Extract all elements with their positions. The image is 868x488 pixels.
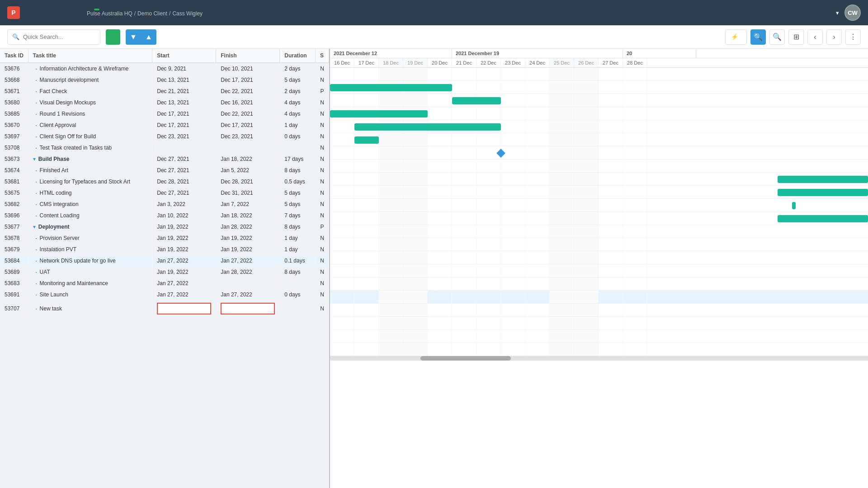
table-row[interactable]: 53674 • Finished Art Dec 27, 2021 Jan 5,… [0, 165, 329, 176]
task-status: N [316, 199, 329, 210]
task-name-text: Manuscript development [40, 77, 99, 83]
gantt-row[interactable] [330, 186, 868, 199]
table-row[interactable]: 53707 • New task N [0, 300, 329, 317]
user-name[interactable]: ▾ [834, 9, 839, 16]
table-row[interactable]: 53682 • CMS integration Jan 3, 2022 Jan … [0, 199, 329, 210]
breadcrumb-3: Cass Wigley [172, 10, 203, 17]
gantt-row[interactable] [330, 225, 868, 238]
gantt-day-27: 27 Dec [599, 58, 623, 67]
gantt-cell [623, 199, 647, 211]
task-id: 53681 [0, 176, 28, 188]
table-row[interactable]: 53685 • Round 1 Revisions Dec 17, 2021 D… [0, 108, 329, 120]
table-row[interactable]: 53684 • Network DNS update for go live J… [0, 255, 329, 267]
gantt-row[interactable] [330, 330, 868, 343]
search-input[interactable] [23, 33, 95, 40]
table-row[interactable]: 53675 • HTML coding Dec 27, 2021 Dec 31,… [0, 188, 329, 199]
table-row[interactable]: 53679 • Instalation PVT Jan 19, 2022 Jan… [0, 244, 329, 255]
gantt-row[interactable] [330, 81, 868, 94]
table-row[interactable]: 53668 • Manuscript development Dec 13, 2… [0, 75, 329, 86]
scroll-down-button[interactable]: ▼ [126, 29, 141, 45]
scroll-up-button[interactable]: ▲ [141, 29, 156, 45]
gantt-row[interactable] [330, 251, 868, 264]
start-input[interactable] [157, 303, 211, 314]
task-status: P [316, 221, 329, 233]
create-task-button[interactable] [106, 29, 120, 45]
table-row[interactable]: 53689 • UAT Jan 19, 2022 Jan 28, 2022 8 … [0, 267, 329, 278]
next-button[interactable]: › [826, 29, 842, 45]
prev-button[interactable]: ‹ [807, 29, 823, 45]
gantt-cell [354, 68, 379, 80]
gantt-cell [452, 291, 476, 303]
filter-button[interactable]: ⚡ [725, 29, 747, 45]
gantt-cell [428, 173, 452, 185]
task-finish-editing[interactable] [216, 300, 280, 317]
gantt-row[interactable] [330, 107, 868, 120]
gantt-row[interactable] [330, 304, 868, 317]
gantt-bar[interactable] [778, 189, 868, 196]
gantt-cell [599, 343, 623, 356]
group-arrow[interactable]: ▾ [33, 156, 36, 162]
gantt-cell [623, 94, 647, 107]
table-row[interactable]: 53670 • Client Approval Dec 17, 2021 Dec… [0, 120, 329, 131]
gantt-row[interactable] [330, 120, 868, 133]
gantt-cell [574, 212, 599, 225]
gantt-cell [330, 160, 354, 172]
gantt-bar[interactable] [778, 176, 868, 183]
gantt-row[interactable] [330, 199, 868, 212]
gantt-row[interactable] [330, 94, 868, 107]
finish-input[interactable] [221, 303, 275, 314]
gantt-bar[interactable] [792, 202, 796, 209]
zoom-out-button[interactable]: 🔍 [769, 29, 785, 45]
gantt-row[interactable] [330, 277, 868, 291]
gantt-scrollbar-thumb[interactable] [420, 356, 511, 361]
gantt-row[interactable] [330, 317, 868, 330]
table-row[interactable]: 53676 • Information Architecture & Wiref… [0, 63, 329, 75]
gantt-cell [379, 317, 403, 329]
gantt-row[interactable] [330, 68, 868, 81]
gantt-cell [379, 173, 403, 185]
task-start: Dec 28, 2021 [152, 176, 216, 188]
gantt-row[interactable] [330, 291, 868, 304]
gantt-section[interactable]: 2021 December 12 2021 December 19 20 16 … [330, 49, 868, 488]
gantt-cell [574, 94, 599, 107]
gantt-cell [574, 107, 599, 120]
gantt-bar[interactable] [778, 215, 868, 222]
col-header-status: S [316, 49, 329, 63]
search-box[interactable]: 🔍 [7, 29, 100, 45]
task-start-editing[interactable] [152, 300, 216, 317]
group-arrow[interactable]: ▾ [33, 224, 36, 230]
gantt-row[interactable] [330, 160, 868, 173]
gantt-cell [550, 81, 574, 94]
table-row[interactable]: 53678 • Provision Server Jan 19, 2022 Ja… [0, 233, 329, 244]
table-row[interactable]: 53691 • Site Launch Jan 27, 2022 Jan 27,… [0, 289, 329, 300]
task-name-wrapper: • Visual Design Mockups [36, 99, 147, 106]
task-name-text: Build Phase [38, 156, 70, 162]
task-title-cell: • Provision Server [28, 233, 152, 244]
fit-button[interactable]: ⊞ [788, 29, 804, 45]
gantt-cell [452, 238, 476, 251]
table-row[interactable]: 53708 • Test Task created in Tasks tab N [0, 142, 329, 154]
gantt-row[interactable] [330, 212, 868, 225]
more-button[interactable]: ⋮ [845, 29, 861, 45]
gantt-row[interactable] [330, 264, 868, 277]
gantt-row[interactable] [330, 146, 868, 160]
task-status: N [316, 244, 329, 255]
gantt-scrollbar[interactable] [330, 356, 868, 361]
gantt-row[interactable] [330, 133, 868, 146]
table-row[interactable]: 53696 • Content Loading Jan 10, 2022 Jan… [0, 210, 329, 221]
gantt-row[interactable] [330, 173, 868, 186]
gantt-cell [550, 277, 574, 290]
gantt-row[interactable] [330, 343, 868, 356]
table-row[interactable]: 53697 • Client Sign Off for Build Dec 23… [0, 131, 329, 142]
task-id: 53683 [0, 278, 28, 289]
zoom-in-button[interactable]: 🔍 [750, 29, 766, 45]
table-row[interactable]: 53671 • Fact Check Dec 21, 2021 Dec 22, … [0, 86, 329, 97]
table-row[interactable]: 53673 ▾ Build Phase Dec 27, 2021 Jan 18,… [0, 154, 329, 165]
table-row[interactable]: 53677 ▾ Deployment Jan 19, 2022 Jan 28, … [0, 221, 329, 233]
table-row[interactable]: 53681 • Licensing for Typefaces and Stoc… [0, 176, 329, 188]
task-status: N [316, 188, 329, 199]
table-row[interactable]: 53680 • Visual Design Mockups Dec 13, 20… [0, 97, 329, 108]
table-row[interactable]: 53683 • Monitoring and Maintenance Jan 2… [0, 278, 329, 289]
task-bullet: • [36, 202, 37, 206]
gantt-row[interactable] [330, 238, 868, 251]
